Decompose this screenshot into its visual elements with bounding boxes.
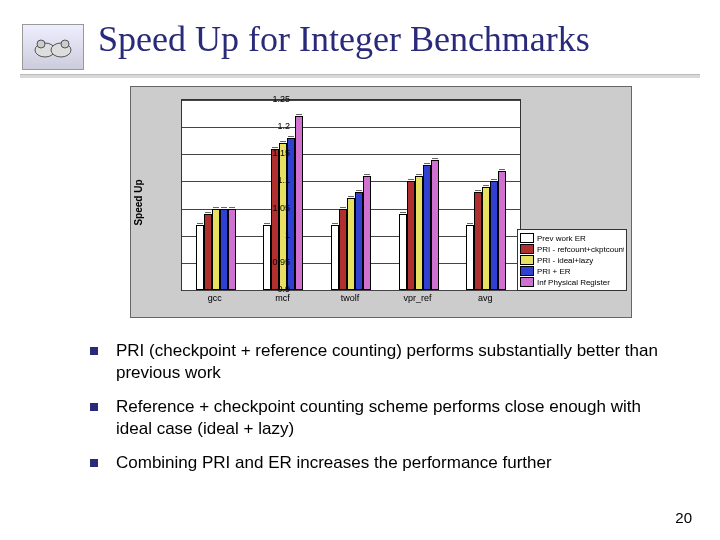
y-tick-label: 1.2 bbox=[260, 121, 290, 131]
bar-top-line bbox=[332, 223, 338, 224]
bar-top-line bbox=[213, 207, 219, 208]
bar bbox=[220, 209, 228, 290]
bar-top-line bbox=[475, 190, 481, 191]
bar-top-line bbox=[348, 196, 354, 197]
bullet-item: PRI (checkpoint + reference counting) pe… bbox=[90, 340, 680, 384]
gridline bbox=[182, 181, 520, 182]
legend-label: Inf Physical Register bbox=[537, 278, 610, 287]
gridline bbox=[182, 127, 520, 128]
bullet-text: Reference + checkpoint counting scheme p… bbox=[116, 396, 680, 440]
legend-item: PRI - refcount+ckptcount bbox=[520, 244, 624, 254]
bullet-marker-icon bbox=[90, 403, 98, 411]
logo bbox=[22, 24, 84, 70]
cow-icon bbox=[29, 32, 77, 62]
bar bbox=[363, 176, 371, 290]
bar bbox=[212, 209, 220, 290]
legend-swatch bbox=[520, 233, 534, 243]
bar bbox=[295, 116, 303, 290]
bar-top-line bbox=[491, 179, 497, 180]
legend-swatch bbox=[520, 244, 534, 254]
bar-top-line bbox=[221, 207, 227, 208]
gridline bbox=[182, 100, 520, 101]
chart-frame: Speed Up width 4 Prev work ERPRI - refco… bbox=[130, 86, 632, 318]
bar-top-line bbox=[280, 141, 286, 142]
bar-top-line bbox=[400, 212, 406, 213]
bar-top-line bbox=[499, 169, 505, 170]
y-axis-label: Speed Up bbox=[131, 87, 145, 317]
bar-top-line bbox=[197, 223, 203, 224]
legend-swatch bbox=[520, 266, 534, 276]
slide: Speed Up for Integer Benchmarks Speed Up… bbox=[0, 0, 720, 540]
bar bbox=[331, 225, 339, 290]
bar bbox=[490, 181, 498, 290]
bar-top-line bbox=[356, 190, 362, 191]
gridline bbox=[182, 290, 520, 291]
plot-area bbox=[181, 99, 521, 291]
bar-top-line bbox=[483, 185, 489, 186]
bar-top-line bbox=[424, 163, 430, 164]
svg-point-2 bbox=[37, 40, 45, 48]
legend-item: Prev work ER bbox=[520, 233, 624, 243]
x-tick-label: vpr_ref bbox=[404, 293, 432, 303]
bullet-list: PRI (checkpoint + reference counting) pe… bbox=[90, 340, 680, 486]
x-tick-label: mcf bbox=[275, 293, 290, 303]
bar-top-line bbox=[288, 136, 294, 137]
bar bbox=[347, 198, 355, 290]
x-tick-label: twolf bbox=[341, 293, 360, 303]
bar bbox=[287, 138, 295, 290]
bar bbox=[423, 165, 431, 290]
legend-swatch bbox=[520, 277, 534, 287]
legend: Prev work ERPRI - refcount+ckptcountPRI … bbox=[517, 229, 627, 291]
bar bbox=[271, 149, 279, 290]
x-tick-label: gcc bbox=[208, 293, 222, 303]
bar bbox=[339, 209, 347, 290]
bar-top-line bbox=[416, 174, 422, 175]
bar bbox=[228, 209, 236, 290]
bullet-marker-icon bbox=[90, 347, 98, 355]
bullet-text: Combining PRI and ER increases the perfo… bbox=[116, 452, 552, 474]
bar bbox=[399, 214, 407, 290]
slide-title: Speed Up for Integer Benchmarks bbox=[98, 18, 590, 60]
legend-label: PRI + ER bbox=[537, 267, 571, 276]
legend-label: PRI - ideal+lazy bbox=[537, 256, 593, 265]
bar bbox=[407, 181, 415, 290]
bar-top-line bbox=[340, 207, 346, 208]
bullet-text: PRI (checkpoint + reference counting) pe… bbox=[116, 340, 680, 384]
y-tick-label: 1 bbox=[260, 230, 290, 240]
y-tick-label: 1.05 bbox=[260, 203, 290, 213]
bar-top-line bbox=[432, 158, 438, 159]
title-underline bbox=[20, 74, 700, 78]
bar bbox=[482, 187, 490, 290]
y-tick-label: 1.25 bbox=[260, 94, 290, 104]
bar bbox=[196, 225, 204, 290]
bullet-marker-icon bbox=[90, 459, 98, 467]
bar-top-line bbox=[205, 212, 211, 213]
svg-point-3 bbox=[61, 40, 69, 48]
y-tick-label: 1.15 bbox=[260, 148, 290, 158]
bullet-item: Reference + checkpoint counting scheme p… bbox=[90, 396, 680, 440]
bar bbox=[355, 192, 363, 290]
bar-top-line bbox=[408, 179, 414, 180]
legend-item: Inf Physical Register bbox=[520, 277, 624, 287]
x-tick-label: avg bbox=[478, 293, 493, 303]
legend-label: PRI - refcount+ckptcount bbox=[537, 245, 624, 254]
bar bbox=[466, 225, 474, 290]
bar-top-line bbox=[467, 223, 473, 224]
bar-top-line bbox=[364, 174, 370, 175]
legend-swatch bbox=[520, 255, 534, 265]
bar bbox=[474, 192, 482, 290]
page-number: 20 bbox=[675, 509, 692, 526]
y-tick-label: 0.95 bbox=[260, 257, 290, 267]
y-tick-label: 1.1 bbox=[260, 175, 290, 185]
bar-top-line bbox=[229, 207, 235, 208]
bar bbox=[498, 171, 506, 290]
bar bbox=[204, 214, 212, 290]
legend-label: Prev work ER bbox=[537, 234, 586, 243]
bar bbox=[415, 176, 423, 290]
bullet-item: Combining PRI and ER increases the perfo… bbox=[90, 452, 680, 474]
gridline bbox=[182, 154, 520, 155]
bar bbox=[279, 143, 287, 290]
legend-item: PRI + ER bbox=[520, 266, 624, 276]
legend-item: PRI - ideal+lazy bbox=[520, 255, 624, 265]
bar-top-line bbox=[296, 114, 302, 115]
